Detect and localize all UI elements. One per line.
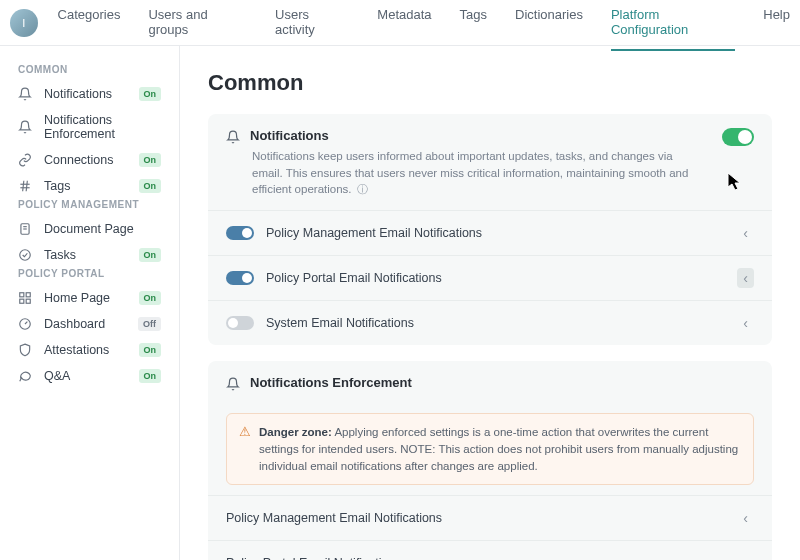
status-badge: On	[139, 179, 162, 193]
nav-item[interactable]: Users activity	[275, 0, 349, 51]
status-badge: On	[139, 87, 162, 101]
page-title: Common	[208, 70, 772, 96]
sidebar-item[interactable]: Document Page	[0, 216, 179, 242]
svg-rect-10	[20, 299, 24, 303]
nav-item[interactable]: Users and groups	[148, 0, 247, 51]
card-title: Notifications Enforcement	[250, 375, 412, 390]
nav-item[interactable]: Metadata	[377, 0, 431, 51]
card-notifications: Notifications Notifications keep users i…	[208, 114, 772, 345]
master-toggle-notifications[interactable]	[722, 128, 754, 149]
nav-item[interactable]: Tags	[460, 0, 487, 51]
svg-rect-11	[26, 299, 30, 303]
chevron-left-icon[interactable]: ‹	[737, 553, 754, 560]
gauge-icon	[18, 317, 34, 331]
warning-icon: ⚠	[239, 424, 251, 474]
sidebar-item[interactable]: TasksOn	[0, 242, 179, 268]
topbar: I CategoriesUsers and groupsUsers activi…	[0, 0, 800, 46]
sidebar-item-label: Document Page	[44, 222, 161, 236]
sidebar-item[interactable]: Home PageOn	[0, 285, 179, 311]
avatar[interactable]: I	[10, 9, 38, 37]
row-label: Policy Portal Email Notifications	[226, 556, 737, 560]
sidebar-item[interactable]: DashboardOff	[0, 311, 179, 337]
sidebar-group-label: COMMON	[0, 64, 179, 81]
svg-line-2	[23, 181, 24, 192]
sidebar-item[interactable]: ConnectionsOn	[0, 147, 179, 173]
status-badge: On	[139, 248, 162, 262]
info-icon[interactable]: ⓘ	[354, 183, 368, 195]
row-label: System Email Notifications	[266, 316, 737, 330]
warn-text: Danger zone: Applying enforced settings …	[259, 424, 741, 474]
row-toggle[interactable]	[226, 316, 254, 330]
notif-row: Policy Portal Email Notifications ‹	[208, 255, 772, 300]
sidebar-group-label: POLICY PORTAL	[0, 268, 179, 285]
status-badge: On	[139, 343, 162, 357]
notif-row: System Email Notifications ‹	[208, 300, 772, 345]
grid-icon	[18, 291, 34, 305]
sidebar-item-label: Notifications Enforcement	[44, 113, 161, 141]
nav-item[interactable]: Dictionaries	[515, 0, 583, 51]
doc-icon	[18, 222, 34, 236]
status-badge: Off	[138, 317, 161, 331]
sidebar: COMMONNotificationsOnNotifications Enfor…	[0, 46, 180, 560]
card-title: Notifications	[250, 128, 329, 143]
svg-rect-8	[20, 293, 24, 297]
sidebar-item-label: Tags	[44, 179, 139, 193]
bell-icon	[226, 377, 240, 391]
sidebar-item-label: Attestations	[44, 343, 139, 357]
row-toggle[interactable]	[226, 271, 254, 285]
enforce-row: Policy Management Email Notifications ‹	[208, 495, 772, 540]
status-badge: On	[139, 153, 162, 167]
check-icon	[18, 248, 34, 262]
card-enforcement: Notifications Enforcement ⚠ Danger zone:…	[208, 361, 772, 560]
sidebar-item[interactable]: Q&AOn	[0, 363, 179, 389]
nav-item[interactable]: Categories	[58, 0, 121, 51]
sidebar-group-label: POLICY MANAGEMENT	[0, 199, 179, 216]
sidebar-item[interactable]: NotificationsOn	[0, 81, 179, 107]
sidebar-item[interactable]: TagsOn	[0, 173, 179, 199]
svg-rect-9	[26, 293, 30, 297]
bell-icon	[18, 87, 34, 101]
nav-item[interactable]: Platform Configuration	[611, 0, 735, 51]
svg-point-7	[20, 250, 31, 261]
sidebar-item[interactable]: Notifications Enforcement	[0, 107, 179, 147]
nav-item[interactable]: Help	[763, 0, 790, 51]
status-badge: On	[139, 369, 162, 383]
sidebar-item-label: Notifications	[44, 87, 139, 101]
svg-line-3	[26, 181, 27, 192]
main-content: Common Notifications Notifications keep …	[180, 46, 800, 560]
chevron-left-icon[interactable]: ‹	[737, 508, 754, 528]
chevron-left-icon[interactable]: ‹	[737, 223, 754, 243]
status-badge: On	[139, 291, 162, 305]
chevron-left-icon[interactable]: ‹	[737, 268, 754, 288]
top-nav: CategoriesUsers and groupsUsers activity…	[58, 0, 790, 51]
row-label: Policy Management Email Notifications	[226, 511, 737, 525]
bell-icon	[226, 130, 240, 144]
sidebar-item-label: Connections	[44, 153, 139, 167]
row-label: Policy Management Email Notifications	[266, 226, 737, 240]
link-icon	[18, 153, 34, 167]
sidebar-item[interactable]: AttestationsOn	[0, 337, 179, 363]
enforce-row: Policy Portal Email Notifications ‹	[208, 540, 772, 560]
hash-icon	[18, 179, 34, 193]
row-toggle[interactable]	[226, 226, 254, 240]
danger-zone-box: ⚠ Danger zone: Applying enforced setting…	[226, 413, 754, 485]
chat-icon	[18, 369, 34, 383]
row-label: Policy Portal Email Notifications	[266, 271, 737, 285]
shield-icon	[18, 343, 34, 357]
sidebar-item-label: Q&A	[44, 369, 139, 383]
sidebar-item-label: Tasks	[44, 248, 139, 262]
bell-icon	[18, 120, 34, 134]
sidebar-item-label: Dashboard	[44, 317, 138, 331]
chevron-left-icon[interactable]: ‹	[737, 313, 754, 333]
notif-row: Policy Management Email Notifications ‹	[208, 210, 772, 255]
sidebar-item-label: Home Page	[44, 291, 139, 305]
card-desc: Notifications keep users informed about …	[226, 148, 754, 198]
